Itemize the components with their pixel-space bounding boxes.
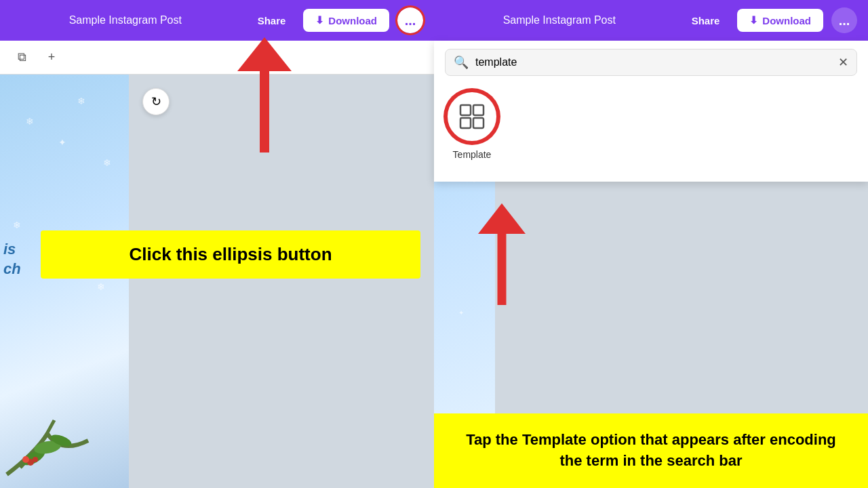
- add-icon-left[interactable]: +: [41, 47, 62, 68]
- right-share-button[interactable]: Share: [682, 9, 730, 32]
- svg-rect-10: [460, 118, 471, 128]
- left-title: Sample Instagram Post: [11, 14, 240, 26]
- left-header: Sample Instagram Post Share ⬇ Download .…: [0, 0, 434, 41]
- search-bar: 🔍 ✕: [445, 49, 857, 76]
- copy-icon-left[interactable]: ⧉: [11, 47, 33, 68]
- rotate-button[interactable]: ↻: [142, 88, 170, 115]
- svg-rect-9: [473, 105, 484, 115]
- svg-rect-8: [460, 105, 471, 115]
- download-icon-right: ⬇: [749, 14, 758, 26]
- left-toolbar: ⧉ +: [0, 41, 434, 75]
- canvas-background: ❄ ❄ ❄ ❄ ❄ ✦ is ch: [0, 75, 129, 488]
- search-results: Template: [445, 76, 857, 174]
- search-dropdown: 🔍 ✕ Template: [434, 41, 868, 182]
- svg-rect-11: [473, 118, 484, 128]
- template-icon-circle: [445, 89, 499, 144]
- canvas-text: is ch: [3, 240, 21, 279]
- left-canvas: ❄ ❄ ❄ ❄ ❄ ✦ is ch: [0, 75, 434, 488]
- svg-point-5: [33, 457, 38, 462]
- search-icon: 🔍: [454, 55, 469, 70]
- right-header: Sample Instagram Post Share ⬇ Download .…: [434, 0, 868, 41]
- right-download-button[interactable]: ⬇ Download: [737, 9, 823, 32]
- download-icon-left: ⬇: [315, 14, 324, 26]
- left-share-button[interactable]: Share: [248, 9, 296, 32]
- template-icon: [458, 103, 486, 130]
- christmas-decoration: [0, 352, 102, 488]
- left-panel: Sample Instagram Post Share ⬇ Download .…: [0, 0, 434, 488]
- left-download-button[interactable]: ⬇ Download: [303, 9, 389, 32]
- close-icon[interactable]: ✕: [838, 55, 848, 70]
- right-annotation-box: Tap the Template option that appears aft…: [434, 413, 868, 488]
- left-annotation-box: Click this ellipsis button: [41, 230, 420, 279]
- right-ellipsis-button[interactable]: ...: [831, 7, 857, 33]
- right-annotation-text: Tap the Template option that appears aft…: [453, 430, 849, 472]
- template-result-item[interactable]: Template: [445, 89, 499, 160]
- template-label: Template: [453, 149, 492, 160]
- left-annotation-text: Click this ellipsis button: [57, 244, 404, 265]
- search-input[interactable]: [475, 56, 831, 68]
- svg-point-4: [22, 456, 29, 463]
- right-panel: Sample Instagram Post Share ⬇ Download .…: [434, 0, 868, 488]
- right-title: Sample Instagram Post: [445, 14, 674, 26]
- left-ellipsis-button[interactable]: ...: [397, 7, 423, 33]
